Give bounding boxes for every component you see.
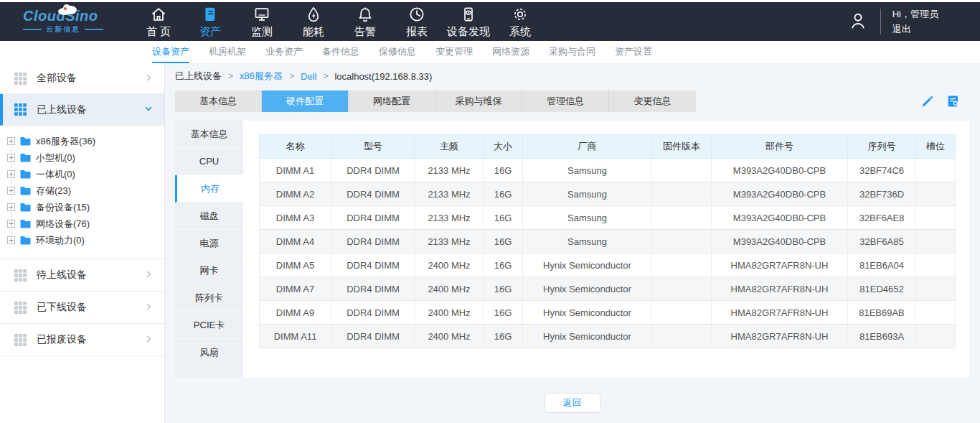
hw-menu-cpu[interactable]: CPU — [175, 148, 243, 175]
sidebar-item-offline-devices[interactable]: 已下线设备 — [0, 292, 164, 324]
breadcrumb-separator: > — [289, 71, 294, 81]
hw-menu-power[interactable]: 电源 — [175, 230, 243, 257]
hw-menu-nic[interactable]: 网卡 — [175, 257, 243, 284]
tree-item-x86-servers[interactable]: x86服务器(36) — [7, 133, 164, 149]
grid-icon — [14, 334, 27, 346]
expand-plus-icon[interactable] — [7, 236, 15, 244]
nav-item-system[interactable]: 系统 — [494, 5, 546, 39]
sidebar-item-all-devices[interactable]: 全部设备 — [0, 63, 164, 94]
assets-icon — [189, 5, 232, 24]
brand-logo[interactable]: CloudSino 云新信息 — [0, 9, 133, 34]
hw-menu-disk[interactable]: 磁盘 — [175, 203, 243, 230]
sidebar-item-scrapped-devices[interactable]: 已报废设备 — [0, 324, 164, 356]
cloud-logo-icon — [56, 4, 80, 17]
back-button[interactable]: 返回 — [545, 393, 600, 413]
subnav-asset-settings[interactable]: 资产设置 — [615, 41, 652, 63]
report-clock-icon — [395, 5, 438, 24]
chevron-right-icon — [144, 73, 153, 84]
sidebar-item-pending-devices[interactable]: 待上线设备 — [0, 259, 164, 292]
table-header-row: 名称 型号 主频 大小 厂商 固件版本 部件号 序列号 槽位 — [260, 135, 956, 159]
top-nav-items: 首 页 资产 监测 能耗 告警 — [133, 5, 546, 39]
subnav-network-resources[interactable]: 网络资源 — [492, 41, 529, 63]
tagline-line-left — [23, 29, 42, 30]
grid-icon — [14, 269, 27, 282]
expand-plus-icon[interactable] — [7, 203, 15, 211]
breadcrumb-online-devices: 已上线设备 — [175, 70, 222, 83]
nav-item-energy[interactable]: 能耗 — [288, 5, 339, 39]
alarm-bell-icon — [344, 5, 387, 24]
tagline-line-right — [85, 29, 103, 30]
hw-menu-basic-info[interactable]: 基本信息 — [175, 121, 243, 148]
user-avatar-icon[interactable] — [847, 10, 869, 34]
nav-item-monitoring[interactable]: 监测 — [236, 5, 288, 39]
folder-icon — [20, 236, 31, 245]
col-size: 大小 — [484, 135, 523, 159]
breadcrumb: 已上线设备 > x86服务器 > Dell > localhost(192.16… — [175, 63, 969, 89]
col-name: 名称 — [260, 135, 331, 159]
breadcrumb-x86-servers[interactable]: x86服务器 — [240, 70, 283, 83]
tab-network-config[interactable]: 网络配置 — [349, 90, 435, 112]
expand-plus-icon[interactable] — [7, 170, 15, 178]
grid-icon — [14, 302, 27, 314]
asset-subnav: 设备资产 机房机架 业务资产 备件信息 保修信息 变更管理 网络资源 采购与合同… — [0, 41, 980, 63]
nav-item-alarms[interactable]: 告警 — [339, 5, 391, 39]
hw-menu-memory[interactable]: 内存 — [175, 175, 243, 203]
tab-basic-info[interactable]: 基本信息 — [175, 90, 262, 112]
tree-item-storage[interactable]: 存储(23) — [7, 182, 164, 199]
tree-item-backup-devices[interactable]: 备份设备(15) — [7, 199, 164, 215]
tree-item-environment-power[interactable]: 环境动力(0) — [7, 232, 164, 248]
subnav-spare-parts[interactable]: 备件信息 — [322, 41, 359, 63]
subnav-warranty-info[interactable]: 保修信息 — [379, 41, 416, 63]
subnav-change-mgmt[interactable]: 变更管理 — [435, 41, 473, 63]
subnav-device-assets[interactable]: 设备资产 — [152, 41, 189, 63]
col-model: 型号 — [331, 135, 415, 159]
tree-item-minicomputers[interactable]: 小型机(0) — [7, 149, 164, 166]
tab-management-info[interactable]: 管理信息 — [522, 90, 609, 112]
folder-icon — [20, 136, 31, 146]
table-row: DIMM A4DDR4 DIMM2133 MHz16GSamsungM393A2… — [260, 230, 956, 254]
tree-item-all-in-one[interactable]: 一体机(0) — [7, 166, 164, 182]
logout-link[interactable]: 退出 — [892, 23, 938, 36]
expand-plus-icon[interactable] — [7, 187, 15, 195]
chevron-right-icon — [144, 302, 153, 313]
hardware-config-panel: 基本信息 CPU 内存 磁盘 电源 网卡 阵列卡 PCIE卡 风扇 名称 — [175, 121, 969, 378]
col-vendor: 厂商 — [523, 135, 652, 159]
grid-icon — [14, 103, 27, 116]
col-firmware: 固件版本 — [652, 135, 712, 159]
folder-icon — [20, 169, 31, 179]
nav-item-home[interactable]: 首 页 — [133, 5, 184, 39]
monitor-icon — [240, 5, 283, 24]
subnav-room-racks[interactable]: 机房机架 — [209, 41, 246, 63]
device-discovery-icon — [447, 5, 490, 24]
subnav-procurement-contracts[interactable]: 采购与合同 — [549, 41, 595, 63]
folder-icon — [20, 186, 31, 195]
breadcrumb-separator: > — [323, 71, 328, 81]
tab-change-info[interactable]: 变更信息 — [609, 90, 696, 112]
document-search-icon[interactable] — [946, 94, 961, 108]
nav-item-assets[interactable]: 资产 — [184, 5, 236, 39]
nav-item-reports[interactable]: 报表 — [391, 5, 443, 39]
tree-item-network-devices[interactable]: 网络设备(76) — [7, 215, 164, 232]
breadcrumb-dell[interactable]: Dell — [301, 71, 316, 82]
expand-plus-icon[interactable] — [7, 154, 15, 162]
expand-plus-icon[interactable] — [7, 137, 15, 145]
edit-pencil-icon[interactable] — [920, 94, 935, 108]
col-slot: 槽位 — [916, 135, 956, 159]
subnav-business-assets[interactable]: 业务资产 — [265, 41, 303, 63]
table-row: DIMM A11DDR4 DIMM2400 MHz16GHynix Semico… — [260, 325, 956, 348]
tab-hardware-config[interactable]: 硬件配置 — [262, 90, 349, 112]
hw-menu-fan[interactable]: 风扇 — [175, 339, 243, 366]
col-part-number: 部件号 — [712, 135, 848, 159]
user-area: Hi，管理员 退出 — [847, 8, 980, 36]
table-row: DIMM A2DDR4 DIMM2133 MHz16GSamsungM393A2… — [260, 182, 956, 206]
table-row: DIMM A9DDR4 DIMM2400 MHz16GHynix Semicon… — [260, 301, 956, 325]
tab-procurement-maintenance[interactable]: 采购与维保 — [435, 90, 522, 112]
hardware-menu: 基本信息 CPU 内存 磁盘 电源 网卡 阵列卡 PCIE卡 风扇 — [175, 121, 243, 378]
footer-actions: 返回 — [175, 393, 969, 413]
sidebar-item-online-devices[interactable]: 已上线设备 — [0, 94, 164, 126]
hw-menu-raid-card[interactable]: 阵列卡 — [175, 284, 243, 312]
expand-plus-icon[interactable] — [7, 220, 15, 228]
breadcrumb-host: localhost(192.168.8.33) — [334, 71, 432, 82]
hw-menu-pcie-card[interactable]: PCIE卡 — [175, 312, 243, 339]
nav-item-device-discovery[interactable]: 设备发现 — [443, 5, 494, 39]
